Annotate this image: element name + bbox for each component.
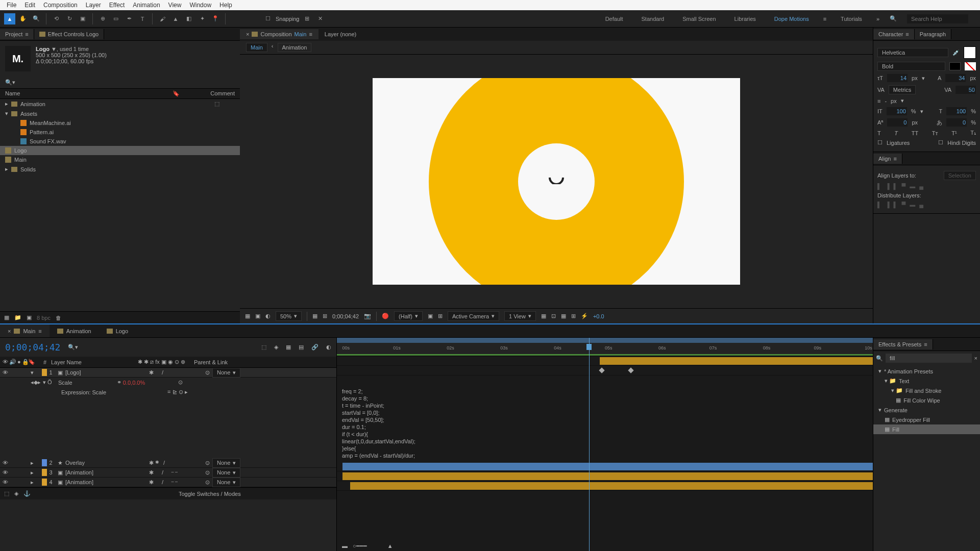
font-style-dropdown[interactable]: Bold (877, 62, 945, 71)
workspace-default[interactable]: Default (601, 14, 627, 24)
label-col-icon[interactable]: 🔖 (28, 359, 43, 365)
paragraph-tab[interactable]: Paragraph (915, 29, 951, 39)
fx-fillstroke[interactable]: ▾ 📁 Fill and Stroke (873, 386, 980, 395)
parent-dropdown[interactable]: None ▾ (212, 478, 240, 487)
fx-presets[interactable]: ▾ * Animation Presets (873, 366, 980, 376)
fx-search-input[interactable] (886, 354, 972, 363)
eye-toggle[interactable]: 👁 (3, 369, 8, 375)
viewer-timecode[interactable]: 0;00;04;42 (332, 313, 359, 319)
snap-opt1[interactable]: ⊞ (302, 13, 313, 24)
zoom-tool[interactable]: 🔍 (31, 13, 42, 24)
align-right-icon[interactable]: ▌ (894, 183, 898, 189)
layer-row-2[interactable]: 👁 ▸ 2 ★Overlay ✱ ✱ / ⊙None ▾ (0, 458, 336, 468)
align-left-icon[interactable]: ▌ (877, 183, 881, 189)
view-opt2-icon[interactable]: ⊡ (551, 313, 556, 319)
grid-icon2[interactable]: ⊞ (438, 313, 443, 319)
shy-switch[interactable]: ✱ (149, 369, 154, 376)
composition-viewer[interactable] (240, 55, 873, 308)
tl-tab-animation[interactable]: Animation (50, 324, 99, 337)
menu-effect[interactable]: Effect (105, 2, 129, 9)
dist-6-icon[interactable]: ▄ (919, 202, 923, 208)
tl-bottom3-icon[interactable]: ⚓ (23, 490, 31, 497)
time-ruler[interactable]: 00s 01s 02s 03s 04s 05s 06s 07s 08s 09s … (337, 338, 873, 356)
workspace-libraries[interactable]: Libraries (730, 14, 760, 24)
mode-switch[interactable]: / (162, 479, 163, 486)
col-parent[interactable]: Parent & Link (194, 359, 228, 365)
dist-4-icon[interactable]: ▀ (901, 202, 905, 208)
expr-pickwhip-icon[interactable]: ⊙ (178, 379, 183, 386)
menu-edit[interactable]: Edit (20, 2, 39, 9)
kerning-dropdown[interactable]: Metrics (889, 85, 916, 94)
fast-preview-icon[interactable]: ⚡ (581, 313, 588, 319)
scale-value[interactable]: 0.0,0.0% (123, 380, 145, 386)
rotate-tool[interactable]: ↻ (64, 13, 75, 24)
workspace-menu-icon[interactable]: ≡ (823, 16, 826, 22)
search-icon[interactable]: 🔍 (890, 15, 897, 22)
track-1[interactable] (337, 356, 873, 366)
menu-window[interactable]: Window (185, 2, 215, 9)
mask-icon[interactable]: ◐ (265, 313, 271, 319)
layer-row-3[interactable]: 👁 ▸ 3 ▣[Animation] ✱ / – – ⊙None ▾ (0, 468, 336, 478)
character-tab[interactable]: Character ≡ (873, 29, 915, 39)
subscript-icon[interactable]: T₁ (970, 130, 976, 136)
breadcrumb-main[interactable]: Main (246, 43, 267, 52)
keyframe-nav-next[interactable]: ▸ (38, 379, 41, 385)
new-comp-icon[interactable]: ▣ (27, 314, 32, 321)
project-tree[interactable]: ▸ Animation⬚ ▾ Assets MeanMachine.ai Pat… (0, 99, 240, 311)
pickwhip-icon[interactable]: ⊙ (205, 469, 210, 476)
menu-layer[interactable]: Layer (82, 2, 105, 9)
track-2[interactable] (337, 462, 873, 471)
effect-controls-tab[interactable]: Effect Controls Logo (34, 29, 104, 39)
pen-tool[interactable]: ✒ (124, 13, 135, 24)
workspace-dope[interactable]: Dope Motions (770, 14, 813, 24)
panel-menu-icon[interactable]: ≡ (25, 31, 28, 37)
puppet-tool[interactable]: 📍 (210, 13, 221, 24)
orbit-tool[interactable]: ⟲ (51, 13, 62, 24)
anchor-tool[interactable]: ⊕ (97, 13, 108, 24)
layer-tab[interactable]: Layer (none) (318, 29, 362, 39)
menu-composition[interactable]: Composition (39, 2, 82, 9)
fx-fill[interactable]: ▦ Fill (873, 424, 980, 434)
align-top-icon[interactable]: ▀ (901, 183, 905, 189)
keyframe-1[interactable] (599, 367, 604, 373)
stroke-swatch[interactable] (949, 62, 961, 70)
selection-tool[interactable]: ▲ (4, 13, 15, 24)
menu-help[interactable]: Help (215, 2, 236, 9)
eye-col-icon[interactable]: 👁 (3, 359, 8, 365)
workspace-standard[interactable]: Standard (638, 14, 669, 24)
workspace-small[interactable]: Small Screen (678, 14, 720, 24)
mode-switch[interactable]: / (162, 369, 163, 376)
fx-fillcolorwipe[interactable]: ▦ Fill Color Wipe (873, 395, 980, 405)
tl-tab-main[interactable]: × Main ≡ (0, 324, 50, 337)
audio-col-icon[interactable]: 🔊 (9, 359, 16, 365)
expression-editor[interactable]: freq = 2; decay = 8; t = time - inPoint;… (337, 385, 873, 462)
col-comment[interactable]: Comment (210, 90, 235, 97)
eraser-tool[interactable]: ◧ (183, 13, 194, 24)
hand-tool[interactable]: ✋ (17, 13, 29, 24)
font-size-input[interactable] (887, 74, 908, 82)
tl-opt6-icon[interactable]: ◐ (326, 344, 331, 350)
res-icon[interactable]: ▦ (312, 313, 317, 319)
layer-bar-4[interactable] (350, 482, 873, 490)
zoom-out-icon[interactable]: ▬ (342, 543, 348, 549)
tsume-input[interactable] (946, 118, 967, 127)
fx-generate[interactable]: ▾ Generate (873, 405, 980, 415)
col-name[interactable]: Name (5, 90, 138, 97)
dist-5-icon[interactable]: ▬ (910, 202, 915, 208)
layer-row-1[interactable]: 👁 ▾ 1 ▣[Logo] ✱ / ⊙None ▾ (0, 368, 336, 378)
align-to-dropdown[interactable]: Selection (944, 171, 976, 180)
zoom-slider[interactable]: ○━━━ (353, 543, 367, 549)
parent-dropdown[interactable]: None ▾ (212, 468, 240, 478)
allcaps-icon[interactable]: TT (912, 130, 918, 136)
tl-opt3-icon[interactable]: ▦ (286, 344, 291, 350)
layer-row-4[interactable]: 👁 ▸ 4 ▣[Animation] ✱ / – – ⊙None ▾ (0, 478, 336, 487)
pin-icon[interactable]: 🔖 (173, 90, 180, 97)
breadcrumb-back-icon[interactable]: ‹ (272, 43, 274, 52)
hscale-input[interactable] (946, 107, 967, 115)
project-tab[interactable]: Project≡ (0, 29, 34, 39)
timeline-tracks-area[interactable]: 00s 01s 02s 03s 04s 05s 06s 07s 08s 09s … (337, 338, 873, 551)
layer-color[interactable] (42, 479, 47, 486)
align-bottom-icon[interactable]: ▄ (919, 183, 923, 189)
expr-pickwhip2-icon[interactable]: ⊙ (179, 389, 183, 395)
tl-bottom1-icon[interactable]: ⬚ (4, 490, 9, 497)
